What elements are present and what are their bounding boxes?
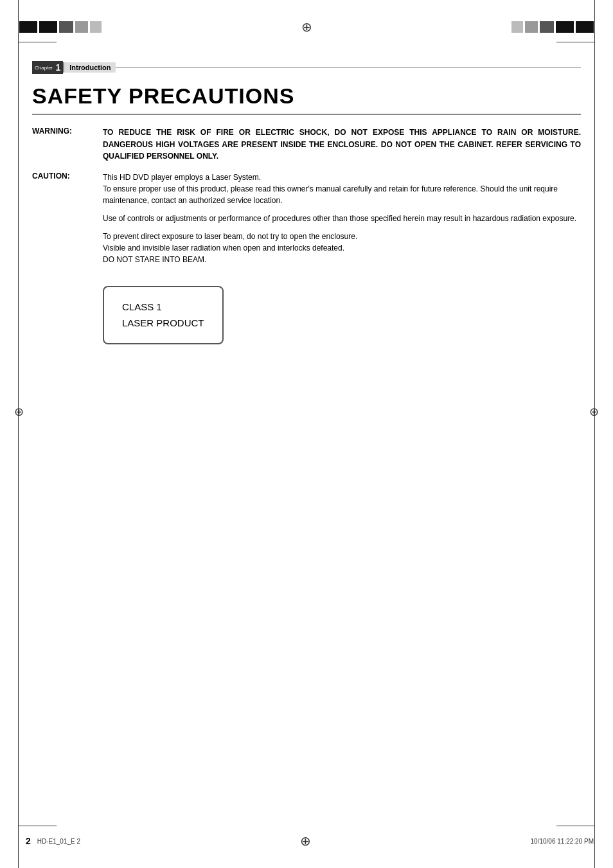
timestamp: 10/10/06 11:22:20 PM: [531, 838, 594, 845]
bar-block: [19, 21, 37, 33]
laser-line1: CLASS 1: [122, 299, 204, 315]
top-left-bar-group: [19, 21, 102, 33]
caution-content: This HD DVD player employs a Laser Syste…: [103, 172, 581, 265]
warning-label: WARNING:: [32, 127, 103, 136]
page-number: 2: [26, 836, 31, 846]
page-title: SAFETY PRECAUTIONS: [32, 84, 581, 109]
title-underline: [32, 114, 581, 115]
bar-block: [525, 21, 538, 33]
left-crosshair: ⊕: [14, 405, 24, 419]
top-right-bar-group: [511, 21, 594, 33]
warning-row: WARNING: TO REDUCE THE RISK OF FIRE OR E…: [32, 127, 581, 163]
bar-block: [511, 21, 523, 33]
warning-text: TO REDUCE THE RISK OF FIRE OR ELECTRIC S…: [103, 127, 581, 163]
top-rule-left: [18, 42, 57, 42]
caution-row: CAUTION: This HD DVD player employs a La…: [32, 172, 581, 265]
main-content: SAFETY PRECAUTIONS WARNING: TO REDUCE TH…: [32, 84, 581, 344]
chapter-title: Introduction: [63, 62, 116, 73]
chapter-number: 1: [55, 62, 60, 73]
bar-block: [90, 21, 102, 33]
caution-para1: This HD DVD player employs a Laser Syste…: [103, 172, 581, 206]
bar-block: [556, 21, 574, 33]
left-rule: [18, 0, 19, 868]
caution-para3: To prevent direct exposure to laser beam…: [103, 231, 581, 265]
top-center-crosshair: ⊕: [301, 19, 312, 35]
bar-block: [576, 21, 594, 33]
bar-block: [59, 21, 73, 33]
bottom-rule-left: [18, 826, 57, 826]
chapter-label: Chapter 1: [32, 61, 63, 74]
laser-line2: LASER PRODUCT: [122, 315, 204, 332]
bottom-rule-right: [556, 826, 595, 826]
bottom-bar: 2 HD-E1_01_E 2 ⊕ 10/10/06 11:22:20 PM: [0, 833, 613, 849]
top-rule-right: [556, 42, 595, 42]
chapter-header: Chapter 1 Introduction: [32, 61, 581, 74]
bar-block: [540, 21, 554, 33]
right-crosshair: ⊕: [589, 405, 599, 419]
right-rule: [594, 0, 595, 868]
bottom-crosshair: ⊕: [300, 833, 311, 849]
bottom-right: 10/10/06 11:22:20 PM: [531, 838, 594, 845]
laser-product-box: CLASS 1 LASER PRODUCT: [103, 286, 224, 344]
chapter-line: [116, 67, 581, 68]
bar-block: [75, 21, 88, 33]
filename: HD-E1_01_E 2: [37, 838, 80, 845]
chapter-word: Chapter: [35, 65, 53, 71]
caution-para2: Use of controls or adjustments or perfor…: [103, 213, 581, 224]
caution-label: CAUTION:: [32, 172, 103, 181]
bar-block: [39, 21, 57, 33]
top-decorative-bar: ⊕: [0, 19, 613, 35]
bottom-left: 2 HD-E1_01_E 2: [19, 836, 80, 846]
